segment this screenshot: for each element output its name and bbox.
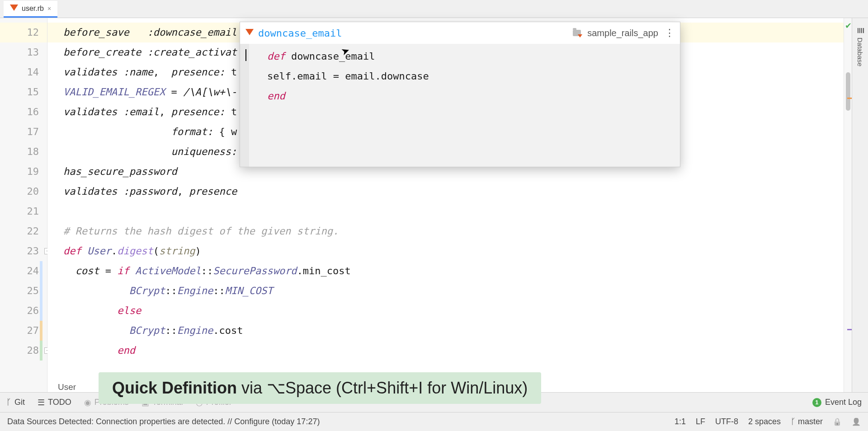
popup-caret — [245, 49, 246, 61]
database-icon[interactable]: ≣ — [855, 27, 865, 34]
code-line[interactable]: cost = if ActiveModel::SecurePassword.mi… — [47, 261, 844, 281]
bullet-icon: ◉ — [84, 398, 91, 408]
user-icon[interactable] — [852, 417, 861, 426]
line-number-gutter: 121314151617181920212223−2425262728− — [0, 18, 47, 392]
scroll-thumb[interactable] — [846, 72, 850, 111]
line-number: 26 — [0, 301, 47, 321]
change-marker — [40, 321, 42, 341]
popup-code-line: end — [240, 86, 680, 106]
caret-position[interactable]: 1:1 — [675, 417, 686, 426]
git-tool-button[interactable]: Git — [6, 398, 25, 407]
line-number: 21 — [0, 201, 47, 221]
popup-header: downcase_email sample_rails_app ⋮ — [240, 22, 680, 44]
indent-setting[interactable]: 2 spaces — [748, 417, 781, 426]
change-marker — [40, 261, 42, 281]
line-separator[interactable]: LF — [696, 417, 705, 426]
quick-definition-popup: downcase_email sample_rails_app ⋮ def do… — [240, 22, 680, 167]
file-encoding[interactable]: UTF-8 — [715, 417, 738, 426]
code-line[interactable] — [47, 201, 844, 221]
line-number: 28− — [0, 341, 47, 361]
status-message[interactable]: Data Sources Detected: Connection proper… — [7, 417, 320, 426]
tab-filename: user.rb — [22, 5, 44, 13]
popup-symbol-name: downcase_email — [258, 28, 342, 39]
breadcrumb-item[interactable]: User — [58, 382, 76, 392]
ruby-file-icon — [10, 5, 18, 13]
code-line[interactable]: end — [47, 341, 844, 361]
line-number: 14 — [0, 62, 47, 82]
popup-code-body[interactable]: def downcase_email self.email = email.do… — [240, 44, 680, 167]
change-marker — [40, 301, 42, 321]
line-number: 22 — [0, 221, 47, 241]
code-line[interactable]: else — [47, 301, 844, 321]
hint-banner: Quick Definition via ⌥Space (Ctrl+Shift+… — [99, 372, 541, 404]
lock-icon[interactable] — [833, 417, 842, 426]
line-number: 12 — [0, 23, 47, 42]
database-tool-label[interactable]: Database — [856, 37, 864, 66]
line-number: 19 — [0, 162, 47, 182]
line-number: 15 — [0, 82, 47, 102]
todo-tool-button[interactable]: ☰ TODO — [38, 398, 71, 408]
list-icon: ☰ — [38, 398, 45, 408]
tab-bar: user.rb × — [0, 0, 868, 18]
git-branch[interactable]: master — [791, 417, 823, 426]
popup-code-line: self.email = email.downcase — [240, 66, 680, 86]
popup-project-name: sample_rails_app — [587, 28, 658, 38]
file-tab[interactable]: user.rb × — [4, 1, 57, 18]
editor-scrollbar[interactable]: ✔ — [844, 18, 852, 392]
line-number: 23− — [0, 241, 47, 261]
line-number: 27 — [0, 321, 47, 341]
scroll-marker[interactable] — [847, 98, 852, 99]
scroll-marker[interactable] — [847, 329, 852, 330]
hint-text: via ⌥Space (Ctrl+Shift+I for Win/Linux) — [237, 379, 528, 397]
event-count-badge: 1 — [812, 398, 821, 407]
more-options-icon[interactable]: ⋮ — [665, 27, 675, 39]
line-number: 25 — [0, 281, 47, 301]
code-line[interactable]: BCrypt::Engine::MIN_COST — [47, 281, 844, 301]
close-tab-icon[interactable]: × — [47, 5, 51, 12]
change-marker — [40, 281, 42, 301]
code-line[interactable]: # Returns the hash digest of the given s… — [47, 221, 844, 241]
event-log-button[interactable]: 1 Event Log — [812, 398, 862, 407]
line-number: 20 — [0, 182, 47, 201]
branch-icon — [6, 398, 11, 407]
popup-code-line: def downcase_email — [240, 47, 680, 66]
status-bar: Data Sources Detected: Connection proper… — [0, 412, 868, 431]
popup-gutter — [240, 44, 249, 167]
right-tool-sidebar: ≣ Database — [852, 18, 868, 392]
change-marker — [40, 341, 42, 361]
line-number: 17 — [0, 122, 47, 142]
inspection-ok-icon: ✔ — [845, 21, 852, 31]
hint-title: Quick Definition — [112, 379, 237, 397]
line-number: 16 — [0, 102, 47, 122]
line-number: 18 — [0, 142, 47, 162]
ruby-file-icon — [245, 29, 254, 37]
code-line[interactable]: def User.digest(string) — [47, 241, 844, 261]
line-number: 24 — [0, 261, 47, 281]
code-line[interactable]: BCrypt::Engine.cost — [47, 321, 844, 341]
branch-icon — [791, 417, 796, 426]
line-number: 13 — [0, 42, 47, 62]
project-folder-icon — [573, 30, 581, 36]
code-line[interactable]: validates :password, presence — [47, 182, 844, 201]
